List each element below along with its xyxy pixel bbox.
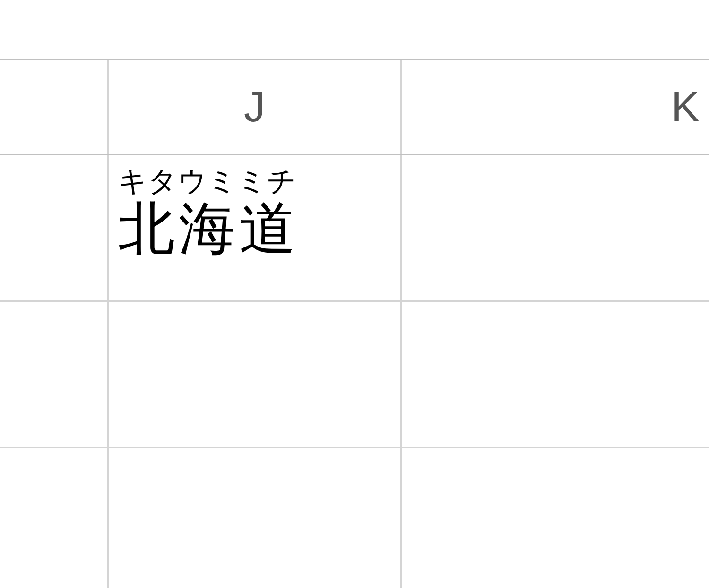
column-header-partial[interactable] [0,60,109,154]
column-header-row: J K [0,59,709,155]
cell-j1[interactable]: キタウミミチ 北海道 [109,155,402,300]
column-header-j[interactable]: J [109,60,402,154]
cell-partial-row3[interactable] [0,448,109,588]
column-header-k[interactable]: K [402,60,709,154]
cell-partial-row1[interactable] [0,155,109,300]
row-2 [0,302,709,448]
top-margin [0,0,709,59]
spreadsheet-grid: J K キタウミミチ 北海道 [0,0,709,588]
cell-j2[interactable] [109,302,402,447]
cell-k3[interactable] [402,448,709,588]
cell-partial-row2[interactable] [0,302,109,447]
cell-j1-main: 北海道 [118,198,391,260]
column-label-j: J [244,83,265,131]
row-1: キタウミミチ 北海道 [0,155,709,302]
cell-k1[interactable] [402,155,709,300]
cell-k2[interactable] [402,302,709,447]
cell-j1-phonetic: キタウミミチ [118,164,391,198]
cell-j3[interactable] [109,448,402,588]
row-3 [0,448,709,588]
column-label-k: K [671,83,700,131]
